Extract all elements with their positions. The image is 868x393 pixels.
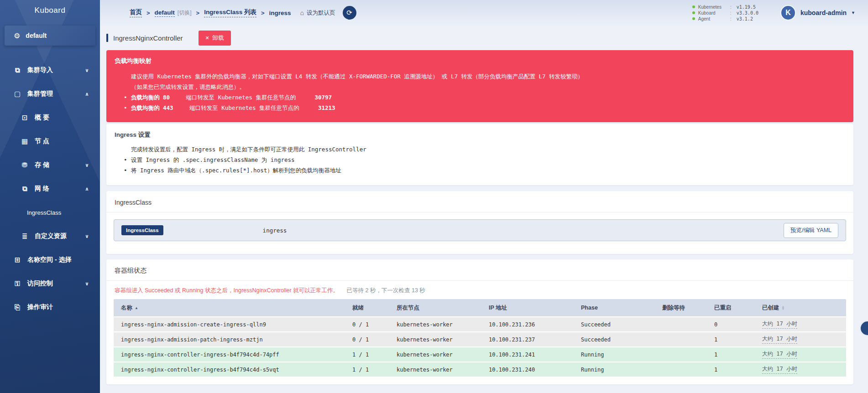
pods-title: 容器组状态 <box>106 259 853 280</box>
sidebar-item[interactable]: ⊡ 概 要 <box>0 106 100 129</box>
close-icon: ✕ <box>205 35 209 41</box>
refresh-button[interactable]: ⟳ <box>343 6 356 20</box>
menu-label: 网 络 <box>35 185 49 193</box>
sidebar-item-cluster-default[interactable]: ⚙ default <box>5 26 95 46</box>
cluster-switch-link[interactable]: [切换] <box>178 9 192 17</box>
pod-created: 大约 17 小时 <box>755 350 846 359</box>
sidebar-item[interactable]: ⚿ 访问控制 ∨ <box>0 272 100 295</box>
pod-ip: 10.100.231.236 <box>481 321 574 328</box>
ingress-setup-card: Ingress 设置 完成转发设置后，配置 Ingress 时，满足如下条件即可… <box>106 124 853 185</box>
breadcrumb-separator: > <box>261 10 265 16</box>
topbar: 首页 > default [切换] > IngressClass 列表 > in… <box>100 0 868 26</box>
menu-label: 访问控制 <box>27 279 53 288</box>
page-header: IngressNginxController ✕ 卸载 <box>106 26 853 50</box>
pod-created: 大约 17 小时 <box>755 365 846 374</box>
column-header-ip: IP 地址 <box>481 304 574 312</box>
chevron-icon: ∨ <box>85 233 89 239</box>
pod-created: 大约 17 小时 <box>755 320 846 329</box>
pod-node: kubernetes-worker <box>389 367 481 373</box>
sidebar: Kuboard ⚙ default ⧉ 集群导入 ∨ ▢ 集群管理 ∧ ⊡ 概 … <box>0 0 100 393</box>
status-dot-icon <box>692 5 695 8</box>
menu-label: 名称空间 - 选择 <box>27 256 71 264</box>
column-header-created[interactable]: 已创建 ▲▼ <box>755 304 846 312</box>
avatar[interactable]: K <box>780 5 796 21</box>
breadcrumb-cluster[interactable]: default <box>155 9 175 17</box>
pod-phase: Succeeded <box>574 336 655 343</box>
menu-label: 概 要 <box>35 114 49 122</box>
sidebar-item[interactable]: IngressClass <box>0 201 100 224</box>
sidebar-item[interactable]: ⧉ 集群导入 ∨ <box>0 58 100 82</box>
column-header-ready: 就绪 <box>345 304 389 312</box>
menu-icon: ▦ <box>20 137 29 145</box>
menu-label: 存 储 <box>35 161 49 169</box>
lb-port: 负载均衡的 80 <box>131 94 170 101</box>
column-header-name[interactable]: 名称 ▲ <box>114 304 345 312</box>
sidebar-item[interactable]: ⛃ 存 储 ∨ <box>0 153 100 177</box>
ingress-setup-title: Ingress 设置 <box>115 131 845 139</box>
breadcrumb-separator: > <box>146 10 150 16</box>
node-port: 30797 <box>314 94 332 101</box>
user-name: kuboard-admin <box>800 9 847 16</box>
pod-restarts: 1 <box>707 367 755 373</box>
pod-ready: 0 / 1 <box>345 336 389 343</box>
breadcrumb-home[interactable]: 首页 <box>130 8 142 17</box>
pod-node: kubernetes-worker <box>389 352 481 358</box>
preview-edit-yaml-button[interactable]: 预览/编辑 YAML <box>784 223 838 238</box>
breadcrumb-current: ingress <box>269 10 291 16</box>
column-header-phase: Phase <box>574 305 655 311</box>
sidebar-item[interactable]: ⎘ 操作审计 <box>0 295 100 319</box>
menu-label: 自定义资源 <box>35 232 67 240</box>
menu-icon: ⧉ <box>13 66 22 74</box>
version-row: Kubernetes : v1.19.5 <box>692 4 758 10</box>
pod-phase: Running <box>574 367 655 373</box>
version-colon: : <box>730 16 737 21</box>
ingressclass-row: IngressClass ingress 预览/编辑 YAML <box>114 219 846 241</box>
uninstall-label: 卸载 <box>213 34 224 42</box>
setup-bullet-item: 将 Ingress 路由中域名（.spec.rules[*].host）解析到您… <box>115 165 845 176</box>
mapping-text: 端口转发至 Kubernetes 集群任意节点的 <box>186 94 296 101</box>
pod-ip: 10.100.231.240 <box>481 367 574 373</box>
sidebar-item[interactable]: ≣ 自定义资源 ∨ <box>0 224 100 248</box>
node-port: 31213 <box>318 104 335 111</box>
pod-node: kubernetes-worker <box>389 321 481 328</box>
table-row: ingress-nginx-controller-ingress-b4f794c… <box>114 362 846 377</box>
mapping-text: 端口转发至 Kubernetes 集群任意节点的 <box>189 104 299 111</box>
pod-ip: 10.100.231.241 <box>481 352 574 358</box>
sidebar-item[interactable]: ▢ 集群管理 ∧ <box>0 82 100 106</box>
title-accent-bar <box>106 34 108 42</box>
pod-name: ingress-nginx-admission-create-ingress-q… <box>114 321 345 328</box>
sidebar-item[interactable]: ⊞ 名称空间 - 选择 <box>0 248 100 272</box>
breadcrumb-separator: > <box>196 10 200 16</box>
chevron-icon: ∧ <box>85 186 89 192</box>
pod-restarts: 0 <box>707 321 755 328</box>
uninstall-button[interactable]: ✕ 卸载 <box>199 31 231 46</box>
alert-port-mappings: 负载均衡的 80 端口转发至 Kubernetes 集群任意节点的 30797 … <box>115 92 845 113</box>
chevron-icon: ∧ <box>85 91 89 97</box>
version-info: Kubernetes : v1.19.5 Kuboard : v3.3.0.0 … <box>692 4 758 22</box>
lb-port: 负载均衡的 443 <box>131 104 173 111</box>
pods-table: 名称 ▲ 就绪 所在节点 IP 地址 Phase 删除等待 已重启 已创建 ▲▼… <box>114 299 846 377</box>
column-header-restarts: 已重启 <box>707 304 755 312</box>
ingressclass-title: IngressClass <box>106 191 853 212</box>
sidebar-item[interactable]: ⧉ 网 络 ∧ <box>0 177 100 201</box>
alert-line-2: （如果您已完成转发设置，请忽略此消息）。 <box>115 82 845 92</box>
status-dot-icon <box>692 17 695 20</box>
sidebar-menu: ⧉ 集群导入 ∨ ▢ 集群管理 ∧ ⊡ 概 要 ▦ 节 点 <box>0 58 100 319</box>
ingressclass-card: IngressClass IngressClass ingress 预览/编辑 … <box>106 191 853 254</box>
set-default-page-button[interactable]: ⌂ 设为默认页 <box>300 9 335 17</box>
version-label: Kubernetes <box>698 5 730 10</box>
user-menu[interactable]: K kuboard-admin ▼ <box>780 5 855 21</box>
alert-line-1: 建议使用 Kubernetes 集群外的负载均衡器，对如下端口设置 L4 转发（… <box>115 71 845 82</box>
menu-label: 操作审计 <box>27 303 53 311</box>
version-row: Kuboard : v3.3.0.0 <box>692 10 758 16</box>
sidebar-item[interactable]: ▦ 节 点 <box>0 129 100 153</box>
version-value: v3.1.2 <box>737 16 753 21</box>
breadcrumb-ingressclass-list[interactable]: IngressClass 列表 <box>204 8 256 17</box>
menu-label: 集群管理 <box>27 90 53 98</box>
gear-icon: ⚙ <box>14 31 20 40</box>
menu-icon: ⚿ <box>13 279 22 288</box>
status-dot-icon <box>692 11 695 14</box>
menu-label: IngressClass <box>27 209 61 216</box>
pod-node: kubernetes-worker <box>389 336 481 343</box>
app-logo: Kuboard <box>0 0 100 21</box>
